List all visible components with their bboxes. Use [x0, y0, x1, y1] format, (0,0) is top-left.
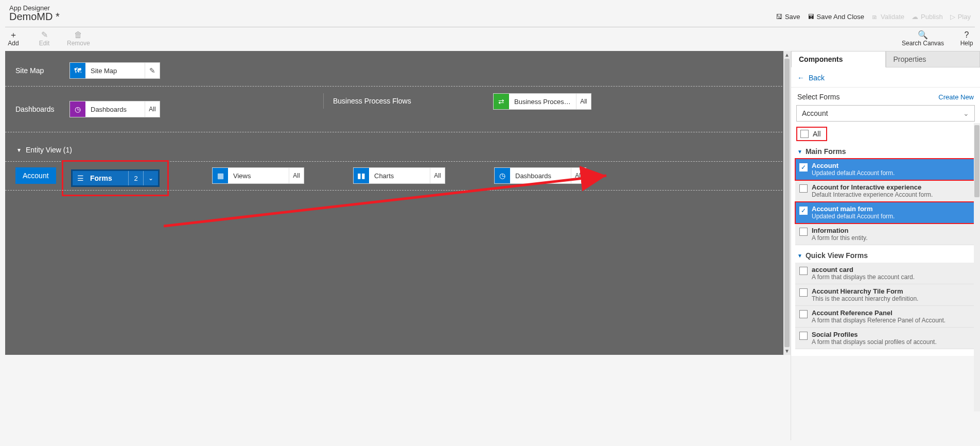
chevron-down-icon: ▼ [797, 149, 802, 155]
bpf-tile[interactable]: ⇄ Business Proces… All [493, 93, 591, 110]
checkbox[interactable] [799, 288, 808, 297]
panel-body: ← Back Select Forms Create New Account ⌄… [791, 67, 980, 356]
select-forms-label: Select Forms [797, 93, 839, 101]
save-close-icon: 🖬 [808, 13, 814, 21]
tab-properties[interactable]: Properties [886, 51, 981, 67]
form-item-desc: A form for this entity. [812, 234, 867, 242]
group-list: account cardA form that displays the acc… [795, 263, 976, 349]
help-icon: ? [965, 30, 969, 40]
search-icon: 🔍 [918, 30, 928, 40]
save-and-close-button[interactable]: 🖬 Save And Close [808, 13, 865, 21]
group-header[interactable]: ▼Quick View Forms [791, 249, 980, 262]
checkbox[interactable] [799, 228, 808, 236]
checkbox[interactable] [799, 332, 808, 340]
help-button[interactable]: ? Help [958, 30, 975, 47]
trash-icon: 🗑 [74, 30, 82, 40]
form-item-title: Account main form [812, 205, 895, 213]
gauge-icon: ◷ [495, 168, 510, 183]
form-item[interactable]: Account Hierarchy Tile FormThis is the a… [795, 284, 976, 306]
form-item-title: Account for Interactive experience [812, 183, 933, 191]
panel-scrollbar[interactable] [974, 123, 980, 411]
chevron-down-icon: ⌄ [963, 109, 969, 117]
workspace: Site Map 🗺 Site Map ✎ Dashboards ◷ Dashb… [0, 51, 980, 440]
checkbox[interactable]: ✓ [799, 207, 808, 215]
map-icon: 🗺 [70, 63, 85, 78]
bpf-badge: All [576, 94, 591, 109]
plus-icon: ＋ [9, 30, 18, 40]
sitemap-tile[interactable]: 🗺 Site Map ✎ [69, 62, 160, 79]
back-link[interactable]: ← Back [791, 72, 980, 88]
entity-account-button[interactable]: Account [15, 167, 56, 184]
charts-tile[interactable]: ▮▮ Charts All [353, 167, 445, 184]
scroll-down-icon[interactable]: ▼ [784, 348, 790, 354]
scrollbar-thumb[interactable] [784, 59, 790, 347]
checkbox[interactable] [799, 184, 808, 193]
all-checkbox[interactable] [800, 130, 809, 138]
checkbox[interactable] [799, 267, 808, 275]
app-title: DemoMD * [9, 11, 60, 23]
save-icon: 🖫 [776, 13, 782, 21]
form-item-title: account card [812, 266, 915, 273]
group-header[interactable]: ▼Quick Create Forms [791, 353, 980, 356]
views-tile[interactable]: ▦ Views All [212, 167, 304, 184]
toolbar: ＋ Add ✎ Edit 🗑 Remove 🔍 Search Canvas ? … [0, 27, 980, 51]
chevron-down-icon: ▼ [797, 253, 802, 259]
side-panel: Components Properties ← Back Select Form… [791, 51, 980, 440]
canvas-scrollbar[interactable]: ▲ ▼ [783, 51, 791, 355]
add-button[interactable]: ＋ Add [5, 30, 22, 47]
app-header: App Designer DemoMD * 🖫 Save 🖬 Save And … [0, 0, 980, 25]
chart-icon: ▮▮ [354, 168, 369, 183]
sitemap-edit-icon[interactable]: ✎ [145, 63, 160, 78]
form-item[interactable]: InformationA form for this entity. [795, 224, 976, 245]
gauge-icon: ◷ [70, 101, 85, 117]
form-item-desc: A form that displays Reference Panel of … [812, 317, 946, 324]
publish-button: ☁ Publish [912, 13, 943, 21]
bpf-tile-wrap: ⇄ Business Proces… All [493, 85, 593, 110]
checkbox[interactable]: ✓ [799, 163, 808, 171]
form-item-desc: Updated default Account form. [812, 169, 895, 177]
scroll-up-icon[interactable]: ▲ [784, 52, 790, 58]
form-item-desc: Updated default Account form. [812, 213, 895, 220]
form-item-title: Account Reference Panel [812, 309, 946, 317]
all-checkbox-highlight: All [796, 127, 827, 141]
chevron-down-icon[interactable]: ⌄ [143, 171, 158, 185]
form-item-desc: A form that displays social profiles of … [812, 338, 937, 346]
dashboards-subtile[interactable]: ◷ Dashboards All [494, 167, 586, 184]
form-item[interactable]: Social ProfilesA form that displays soci… [795, 328, 976, 349]
row-sitemap: Site Map 🗺 Site Map ✎ [5, 51, 787, 87]
form-item[interactable]: account cardA form that displays the acc… [795, 263, 976, 284]
pencil-icon: ✎ [41, 30, 48, 40]
checkbox[interactable] [799, 310, 808, 318]
edit-button: ✎ Edit [36, 30, 52, 47]
entity-view-header[interactable]: ▼ Entity View (1) [5, 132, 787, 160]
scrollbar-thumb[interactable] [974, 125, 979, 197]
form-item-title: Social Profiles [812, 331, 937, 338]
design-canvas[interactable]: Site Map 🗺 Site Map ✎ Dashboards ◷ Dashb… [5, 51, 787, 355]
forms-tile[interactable]: ☰ Forms 2 ⌄ [71, 169, 160, 187]
arrow-left-icon: ← [797, 74, 804, 82]
annotation-highlight-forms: ☰ Forms 2 ⌄ [62, 160, 169, 196]
dashboards-tile[interactable]: ◷ Dashboards All [69, 101, 160, 117]
forms-count: 2 [128, 171, 143, 185]
search-canvas-button[interactable]: 🔍 Search Canvas [902, 30, 944, 47]
form-item[interactable]: Account for Interactive experienceDefaul… [795, 180, 976, 202]
bpf-section: Business Process Flows [323, 93, 411, 109]
create-new-link[interactable]: Create New [938, 93, 974, 101]
remove-button: 🗑 Remove [67, 30, 90, 47]
save-button[interactable]: 🖫 Save [776, 13, 800, 21]
form-item[interactable]: Account Reference PanelA form that displ… [795, 306, 976, 328]
entity-dropdown[interactable]: Account ⌄ [796, 105, 975, 122]
validate-button: 🗈 Validate [871, 13, 904, 21]
tab-components[interactable]: Components [791, 51, 886, 67]
group-list: ✓AccountUpdated default Account form.Acc… [795, 159, 976, 245]
group-header[interactable]: ▼Main Forms [791, 145, 980, 158]
form-item[interactable]: ✓Account main formUpdated default Accoun… [795, 202, 976, 224]
form-item[interactable]: ✓AccountUpdated default Account form. [795, 159, 976, 180]
validate-icon: 🗈 [871, 13, 878, 21]
vertical-separator [323, 93, 324, 109]
play-icon: ▷ [950, 13, 955, 21]
form-item-desc: This is the account hierarchy definition… [812, 295, 918, 302]
forms-list: ▼Main Forms✓AccountUpdated default Accou… [791, 145, 980, 356]
chevron-down-icon: ▼ [16, 147, 22, 153]
entity-row: Account ☰ Forms 2 ⌄ ▦ Views All [5, 160, 787, 191]
